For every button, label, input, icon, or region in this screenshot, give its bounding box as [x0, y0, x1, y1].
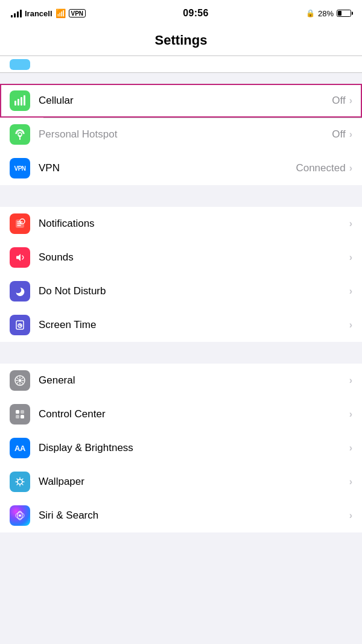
sirisearch-chevron: ›	[349, 510, 352, 521]
cellular-chevron: ›	[349, 95, 352, 106]
scroll-hint-row	[0, 56, 362, 73]
svg-rect-17	[21, 415, 24, 418]
general-chevron: ›	[349, 375, 352, 386]
row-notifications[interactable]: Notifications ›	[0, 207, 362, 241]
svg-rect-16	[16, 415, 19, 418]
cellular-icon	[10, 90, 30, 111]
status-right: 🔒 28%	[306, 9, 351, 18]
battery-percent: 28%	[318, 9, 334, 18]
battery-body	[337, 10, 351, 17]
hotspot-icon	[10, 124, 30, 145]
sirisearch-label: Siri & Search	[39, 510, 349, 522]
siri-svg-icon	[14, 510, 25, 521]
cellular-svg-icon	[14, 95, 26, 107]
displaybrightness-chevron: ›	[349, 443, 352, 453]
svg-rect-2	[21, 97, 22, 106]
sounds-label: Sounds	[39, 251, 349, 264]
svg-rect-3	[24, 95, 25, 106]
sounds-svg-icon	[14, 251, 26, 264]
displaybrightness-icon: AA	[10, 438, 30, 458]
vpn-icon-text: VPN	[14, 165, 25, 172]
controlcenter-chevron: ›	[349, 409, 352, 420]
row-displaybrightness[interactable]: AA Display & Brightness ›	[0, 431, 362, 465]
controlcenter-icon	[10, 404, 30, 425]
cellular-label: Cellular	[39, 95, 332, 107]
wallpaper-svg-icon	[14, 476, 26, 488]
vpn-value: Connected	[296, 162, 345, 174]
vpn-label: VPN	[39, 162, 296, 174]
notifications-chevron: ›	[349, 218, 352, 229]
battery-icon	[337, 10, 351, 17]
displaybrightness-icon-text: AA	[14, 444, 25, 453]
status-time: 09:56	[183, 8, 208, 19]
signal-bar-2	[14, 13, 16, 17]
hotspot-label: Personal Hotspot	[39, 128, 332, 140]
wifi-icon: 📶	[56, 8, 66, 18]
screentime-svg-icon	[14, 319, 26, 331]
svg-rect-0	[14, 101, 16, 106]
group-general: General › Control Center › AA Display & …	[0, 364, 362, 532]
controlcenter-svg-icon	[14, 408, 26, 420]
row-vpn[interactable]: VPN VPN Connected ›	[0, 151, 362, 185]
screentime-chevron: ›	[349, 320, 352, 330]
wallpaper-icon	[10, 472, 30, 492]
notifications-label: Notifications	[39, 218, 349, 230]
row-wallpaper[interactable]: Wallpaper ›	[0, 465, 362, 499]
signal-bar-4	[20, 10, 22, 17]
notifications-icon	[10, 213, 30, 234]
row-sounds[interactable]: Sounds ›	[0, 241, 362, 274]
vpn-icon: VPN	[10, 158, 30, 178]
svg-point-21	[19, 514, 21, 517]
svg-rect-1	[17, 99, 19, 106]
siri-icon	[10, 505, 30, 526]
row-sirisearch[interactable]: Siri & Search ›	[0, 499, 362, 532]
signal-bars-icon	[11, 9, 22, 17]
displaybrightness-label: Display & Brightness	[39, 442, 349, 454]
signal-bar-1	[11, 15, 13, 17]
sounds-icon	[10, 247, 30, 268]
vpn-chevron: ›	[349, 163, 352, 174]
page-title: Settings	[155, 33, 208, 48]
donotdisturb-icon	[10, 281, 30, 301]
row-cellular[interactable]: Cellular Off ›	[0, 84, 362, 118]
row-screentime[interactable]: Screen Time ›	[0, 308, 362, 342]
svg-rect-14	[16, 410, 19, 414]
row-hotspot[interactable]: Personal Hotspot Off ›	[0, 118, 362, 151]
group-connectivity: Cellular Off › Personal Hotspot Off › VP…	[0, 84, 362, 185]
hotspot-chevron: ›	[349, 129, 352, 140]
page-title-bar: Settings	[0, 27, 362, 56]
battery-fill	[338, 11, 341, 16]
signal-bar-3	[17, 11, 19, 17]
vpn-badge: VPN	[69, 9, 86, 17]
svg-rect-15	[21, 410, 24, 414]
carrier-label: Irancell	[25, 9, 52, 18]
hotspot-svg-icon	[14, 128, 26, 140]
general-icon	[10, 370, 30, 391]
wallpaper-chevron: ›	[349, 476, 352, 487]
divider-1	[0, 185, 362, 196]
row-general[interactable]: General ›	[0, 364, 362, 397]
svg-point-13	[19, 379, 22, 382]
notifications-svg-icon	[14, 218, 26, 230]
row-donotdisturb[interactable]: Do Not Disturb ›	[0, 274, 362, 308]
hotspot-value: Off	[332, 128, 345, 140]
divider-2	[0, 342, 362, 353]
svg-point-4	[19, 135, 21, 137]
svg-rect-5	[19, 137, 21, 140]
cellular-value: Off	[332, 95, 345, 107]
donotdisturb-svg-icon	[14, 285, 26, 297]
screentime-label: Screen Time	[39, 319, 349, 331]
donotdisturb-chevron: ›	[349, 286, 352, 297]
status-left: Irancell 📶 VPN	[11, 8, 86, 18]
sounds-chevron: ›	[349, 252, 352, 263]
controlcenter-label: Control Center	[39, 408, 349, 420]
status-bar: Irancell 📶 VPN 09:56 🔒 28%	[0, 0, 362, 27]
partial-icon	[10, 59, 30, 70]
screentime-icon	[10, 315, 30, 335]
lock-icon: 🔒	[306, 9, 315, 17]
general-label: General	[39, 374, 349, 387]
row-controlcenter[interactable]: Control Center ›	[0, 397, 362, 431]
wallpaper-label: Wallpaper	[39, 476, 349, 488]
group-notifications: Notifications › Sounds › Do Not Disturb …	[0, 207, 362, 342]
general-svg-icon	[14, 374, 26, 387]
